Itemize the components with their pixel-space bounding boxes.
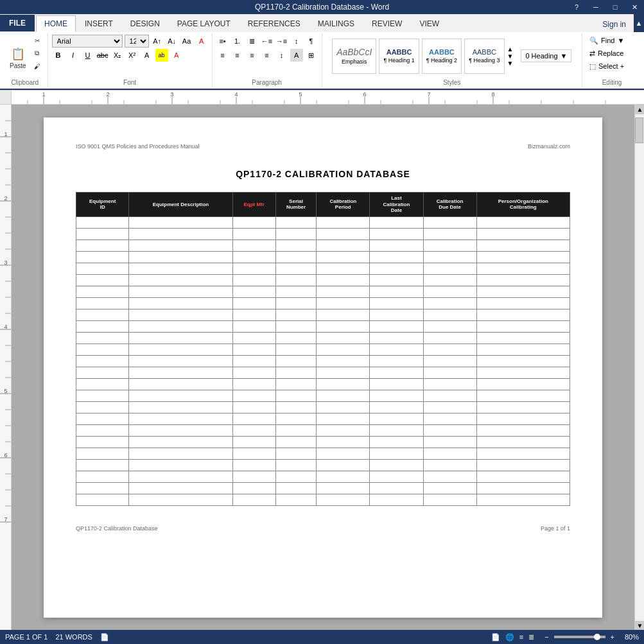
table-cell[interactable] (476, 413, 570, 424)
table-cell[interactable] (129, 448, 232, 459)
bold-button[interactable]: B (52, 49, 65, 62)
table-cell[interactable] (317, 413, 370, 424)
subscript-button[interactable]: X₂ (111, 49, 124, 62)
style-emphasis[interactable]: AaBbCcI Emphasis (332, 39, 376, 74)
table-cell[interactable] (232, 459, 275, 471)
tab-insert[interactable]: INSERT (76, 15, 121, 32)
table-cell[interactable] (129, 378, 232, 390)
style-heading2[interactable]: AABBC ¶ Heading 2 (422, 39, 462, 74)
superscript-button[interactable]: X² (126, 49, 139, 62)
table-cell[interactable] (275, 424, 316, 436)
table-cell[interactable] (423, 436, 476, 448)
shading-btn[interactable]: A (290, 49, 303, 62)
table-cell[interactable] (76, 344, 129, 355)
table-cell[interactable] (129, 274, 232, 286)
table-cell[interactable] (317, 251, 370, 263)
table-cell[interactable] (317, 459, 370, 471)
tab-page-layout[interactable]: PAGE LAYOUT (169, 15, 239, 32)
line-spacing-btn[interactable]: ↕ (275, 49, 288, 62)
table-cell[interactable] (317, 344, 370, 355)
borders-btn[interactable]: ⊞ (305, 49, 318, 62)
table-cell[interactable] (129, 494, 232, 505)
help-button[interactable]: ? (567, 0, 586, 14)
style-heading1[interactable]: AABBC ¶ Heading 1 (379, 39, 419, 74)
table-cell[interactable] (76, 274, 129, 286)
table-cell[interactable] (476, 309, 570, 320)
table-cell[interactable] (423, 401, 476, 413)
table-cell[interactable] (476, 274, 570, 286)
table-cell[interactable] (317, 332, 370, 344)
font-size-select[interactable]: 12 (125, 35, 149, 48)
ribbon-toggle[interactable]: ▲ (634, 14, 644, 32)
table-cell[interactable] (275, 239, 316, 251)
table-cell[interactable] (129, 459, 232, 471)
table-cell[interactable] (232, 309, 275, 320)
tab-mailings[interactable]: MAILINGS (309, 15, 363, 32)
table-cell[interactable] (129, 390, 232, 401)
sign-in-link[interactable]: Sign in (595, 17, 634, 32)
table-cell[interactable] (317, 436, 370, 448)
table-cell[interactable] (129, 471, 232, 482)
table-cell[interactable] (423, 424, 476, 436)
table-cell[interactable] (232, 355, 275, 367)
document-area[interactable]: ISO 9001 QMS Policies and Procedures Man… (12, 105, 634, 631)
table-cell[interactable] (275, 494, 316, 505)
table-cell[interactable] (232, 216, 275, 228)
table-cell[interactable] (370, 459, 423, 471)
table-cell[interactable] (275, 367, 316, 378)
multilevel-btn[interactable]: ≣ (246, 35, 259, 48)
table-cell[interactable] (317, 482, 370, 494)
table-cell[interactable] (129, 401, 232, 413)
table-cell[interactable] (275, 320, 316, 332)
table-cell[interactable] (370, 263, 423, 274)
table-cell[interactable] (423, 239, 476, 251)
minimize-button[interactable]: ─ (586, 0, 605, 14)
table-cell[interactable] (317, 216, 370, 228)
table-cell[interactable] (275, 355, 316, 367)
table-cell[interactable] (476, 332, 570, 344)
table-cell[interactable] (232, 413, 275, 424)
change-case-btn[interactable]: Aa (180, 35, 193, 48)
table-cell[interactable] (370, 228, 423, 239)
tab-review[interactable]: REVIEW (363, 15, 410, 32)
table-cell[interactable] (423, 332, 476, 344)
table-cell[interactable] (129, 239, 232, 251)
table-cell[interactable] (232, 239, 275, 251)
table-cell[interactable] (275, 471, 316, 482)
table-cell[interactable] (275, 482, 316, 494)
table-cell[interactable] (76, 355, 129, 367)
table-cell[interactable] (232, 390, 275, 401)
table-cell[interactable] (423, 355, 476, 367)
style-heading3[interactable]: AABBC ¶ Heading 3 (464, 39, 504, 74)
table-cell[interactable] (129, 355, 232, 367)
table-cell[interactable] (476, 286, 570, 297)
scroll-up-button[interactable]: ▲ (635, 105, 644, 114)
table-cell[interactable] (423, 390, 476, 401)
scroll-thumb[interactable] (635, 117, 643, 143)
table-cell[interactable] (232, 320, 275, 332)
table-cell[interactable] (76, 378, 129, 390)
select-button[interactable]: ⬚ Select + (586, 60, 638, 72)
table-cell[interactable] (476, 344, 570, 355)
table-cell[interactable] (476, 355, 570, 367)
tab-view[interactable]: VIEW (411, 15, 448, 32)
table-cell[interactable] (129, 251, 232, 263)
table-cell[interactable] (370, 251, 423, 263)
styles-scroll-down[interactable]: ▼ (507, 53, 514, 60)
decrease-indent-btn[interactable]: ←≡ (261, 35, 274, 48)
italic-button[interactable]: I (67, 49, 80, 62)
table-cell[interactable] (370, 390, 423, 401)
strikethrough-button[interactable]: abc (96, 49, 109, 62)
table-cell[interactable] (76, 494, 129, 505)
font-color-btn[interactable]: A (170, 49, 183, 62)
table-cell[interactable] (370, 355, 423, 367)
table-cell[interactable] (129, 332, 232, 344)
styles-expand[interactable]: ▼ (507, 60, 514, 67)
table-cell[interactable] (275, 459, 316, 471)
table-cell[interactable] (317, 367, 370, 378)
table-cell[interactable] (370, 413, 423, 424)
table-cell[interactable] (129, 228, 232, 239)
table-cell[interactable] (129, 436, 232, 448)
table-cell[interactable] (275, 251, 316, 263)
table-cell[interactable] (76, 424, 129, 436)
